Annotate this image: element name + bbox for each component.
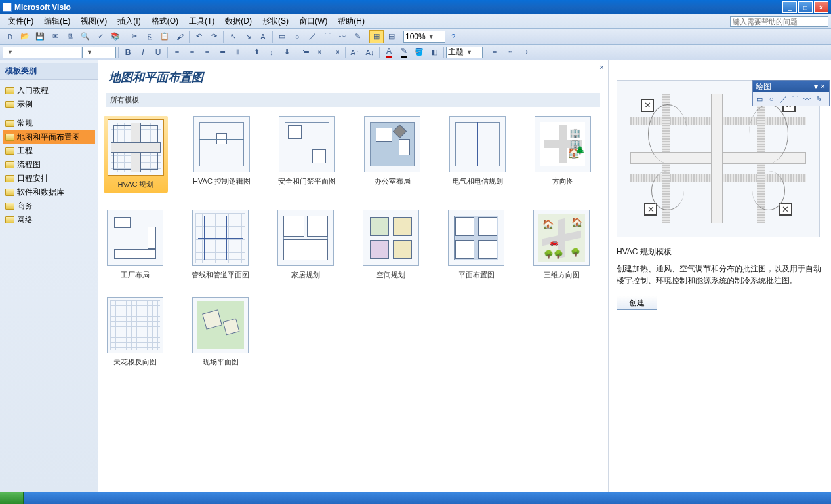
font-combo[interactable]: ▼ <box>3 47 81 58</box>
preview-button[interactable]: 🔍 <box>78 30 92 43</box>
line-tool[interactable]: ／ <box>305 30 319 43</box>
undo-button[interactable]: ↶ <box>192 30 206 43</box>
line-pattern-button[interactable]: ┉ <box>502 46 517 59</box>
sidebar-item-maps-floor[interactable]: 地图和平面布置图 <box>3 130 95 144</box>
text-tool[interactable]: A <box>256 30 270 43</box>
template-item[interactable]: 电气和电信规划 <box>446 116 509 193</box>
menu-data[interactable]: 数据(D) <box>220 14 257 28</box>
sidebar-item-general[interactable]: 常规 <box>3 117 95 130</box>
align-justify-button[interactable]: ≣ <box>215 46 230 59</box>
sidebar-item-software-db[interactable]: 软件和数据库 <box>3 185 95 199</box>
line-color-button[interactable]: ✎ <box>397 46 411 59</box>
menu-shapes[interactable]: 形状(S) <box>257 14 294 28</box>
valign-bot-button[interactable]: ⬇ <box>279 46 294 59</box>
mail-button[interactable]: ✉ <box>48 30 62 43</box>
copy-button[interactable]: ⎘ <box>142 30 157 43</box>
sidebar-item-samples[interactable]: 示例 <box>3 98 95 111</box>
create-button[interactable]: 创建 <box>617 296 657 310</box>
help-input[interactable] <box>730 16 828 27</box>
open-button[interactable]: 📂 <box>18 30 32 43</box>
bullets-button[interactable]: ≔ <box>298 46 313 59</box>
valign-mid-button[interactable]: ↕ <box>264 46 279 59</box>
menu-window[interactable]: 窗口(W) <box>294 14 333 28</box>
menu-format[interactable]: 格式(O) <box>146 14 184 28</box>
line-weight-button[interactable]: ≡ <box>487 46 502 59</box>
line-tool-icon[interactable]: ／ <box>779 94 788 104</box>
template-item[interactable]: HVAC 控制逻辑图 <box>190 116 253 193</box>
template-item[interactable]: 🏠🏢🏢🌲方向图 <box>531 116 594 193</box>
sidebar-item-business[interactable]: 商务 <box>3 199 95 213</box>
maximize-button[interactable]: □ <box>798 1 813 13</box>
stencil-button[interactable]: ▤ <box>384 30 399 43</box>
fontsize-combo[interactable]: ▼ <box>82 47 116 58</box>
align-right-button[interactable]: ≡ <box>200 46 214 59</box>
freeform-tool-icon[interactable]: 〰 <box>802 94 811 104</box>
template-item[interactable]: 现场平面图 <box>189 297 252 367</box>
outdent-button[interactable]: ⇤ <box>314 46 328 59</box>
save-button[interactable]: 💾 <box>33 30 47 43</box>
menu-tools[interactable]: 工具(T) <box>184 14 220 28</box>
sidebar-item-schedule[interactable]: 日程安排 <box>3 172 95 185</box>
line-ends-button[interactable]: ⇢ <box>517 46 532 59</box>
format-painter-button[interactable]: 🖌 <box>172 30 187 43</box>
fontsize-down-button[interactable]: A↓ <box>363 46 377 59</box>
sidebar-item-flowchart[interactable]: 流程图 <box>3 158 95 172</box>
valign-top-button[interactable]: ⬆ <box>249 46 264 59</box>
underline-button[interactable]: U <box>151 46 165 59</box>
template-item[interactable]: HVAC 规划 <box>104 116 168 193</box>
spell-button[interactable]: ✓ <box>93 30 108 43</box>
redo-button[interactable]: ↷ <box>207 30 221 43</box>
fontsize-up-button[interactable]: A↑ <box>348 46 362 59</box>
new-button[interactable]: 🗋 <box>3 30 17 43</box>
theme-combo[interactable]: 主题▼ <box>446 47 483 58</box>
template-item[interactable]: 空间规划 <box>359 210 422 280</box>
arc-tool-icon[interactable]: ⌒ <box>790 94 800 104</box>
panel-menu-icon[interactable]: ▾ <box>813 82 819 91</box>
start-button[interactable] <box>0 492 24 504</box>
bold-button[interactable]: B <box>121 46 135 59</box>
menu-file[interactable]: 文件(F) <box>3 14 39 28</box>
align-left-button[interactable]: ≡ <box>170 46 184 59</box>
template-item[interactable]: 天花板反向图 <box>104 297 167 367</box>
ellipse-tool-icon[interactable]: ○ <box>767 94 776 104</box>
drawing-panel-header[interactable]: 绘图 ▾ × <box>753 81 829 92</box>
drawing-tools-panel[interactable]: 绘图 ▾ × ▭ ○ ／ ⌒ 〰 ✎ <box>752 80 830 106</box>
panel-close-icon[interactable]: × <box>819 82 826 91</box>
print-button[interactable]: 🖶 <box>63 30 77 43</box>
menu-help[interactable]: 帮助(H) <box>333 14 370 28</box>
zoom-combo[interactable]: 100%▼ <box>403 31 445 43</box>
close-pane-icon[interactable]: × <box>599 63 604 72</box>
distribute-button[interactable]: ⫴ <box>230 46 245 59</box>
template-item[interactable]: 家居规划 <box>274 210 337 280</box>
ellipse-tool[interactable]: ○ <box>290 30 304 43</box>
connector-tool[interactable]: ↘ <box>241 30 255 43</box>
template-item[interactable]: 🏠🏠🌳🌳🌳🚗三维方向图 <box>530 210 593 280</box>
rect-tool[interactable]: ▭ <box>275 30 289 43</box>
template-item[interactable]: 平面布置图 <box>445 210 508 280</box>
pencil-tool-icon[interactable]: ✎ <box>814 94 823 104</box>
minimize-button[interactable]: _ <box>782 1 797 13</box>
paste-button[interactable]: 📋 <box>157 30 172 43</box>
template-item[interactable]: 工厂布局 <box>104 210 167 280</box>
sidebar-item-engineering[interactable]: 工程 <box>3 144 95 158</box>
help-button[interactable]: ? <box>446 30 460 43</box>
pencil-tool[interactable]: ✎ <box>350 30 365 43</box>
sidebar-item-network[interactable]: 网络 <box>3 213 95 227</box>
italic-button[interactable]: I <box>136 46 150 59</box>
menu-view[interactable]: 视图(V) <box>75 14 112 28</box>
sidebar-item-tutorial[interactable]: 入门教程 <box>3 84 95 98</box>
fill-toggle[interactable]: ▦ <box>369 30 384 43</box>
template-item[interactable]: 管线和管道平面图 <box>189 210 252 280</box>
template-item[interactable]: 办公室布局 <box>361 116 424 193</box>
rectangle-tool-icon[interactable]: ▭ <box>755 94 764 104</box>
cut-button[interactable]: ✂ <box>127 30 142 43</box>
research-button[interactable]: 📚 <box>108 30 123 43</box>
menu-edit[interactable]: 编辑(E) <box>39 14 75 28</box>
fill-color-button[interactable]: 🪣 <box>412 46 426 59</box>
shadow-button[interactable]: ◧ <box>427 46 441 59</box>
menu-insert[interactable]: 插入(I) <box>112 14 146 28</box>
font-color-button[interactable]: A <box>382 46 396 59</box>
close-button[interactable]: × <box>814 1 828 13</box>
pointer-tool[interactable]: ↖ <box>226 30 240 43</box>
indent-button[interactable]: ⇥ <box>329 46 343 59</box>
